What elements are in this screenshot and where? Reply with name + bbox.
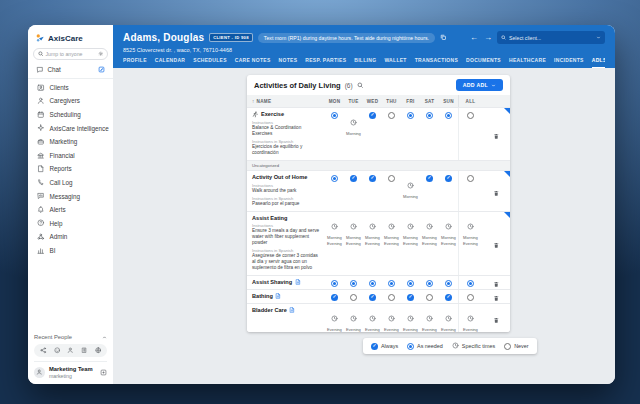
schedule-cell[interactable]: Evening — [439, 304, 458, 332]
schedule-cell[interactable] — [382, 276, 401, 289]
note-icon[interactable] — [275, 293, 281, 299]
sidebar-item-reports[interactable]: Reports — [28, 162, 113, 176]
schedule-cell[interactable]: Evening — [420, 304, 439, 332]
new-chat-compose-icon[interactable] — [98, 66, 105, 73]
never-circle-icon[interactable] — [388, 294, 395, 301]
caregiver-icon[interactable] — [67, 347, 74, 354]
back-arrow-icon[interactable]: ← — [470, 34, 478, 42]
sidebar-item-caregivers[interactable]: Caregivers — [28, 94, 113, 108]
as-needed-radio-icon[interactable] — [331, 175, 338, 182]
always-check-icon[interactable]: ✓ — [350, 175, 357, 182]
sidebar-item-call-log[interactable]: Call Log — [28, 176, 113, 190]
clock-icon[interactable] — [426, 223, 433, 230]
schedule-cell[interactable]: MorningEvening — [363, 212, 382, 275]
jump-to-anyone-search[interactable]: Jump to anyone — [33, 48, 108, 60]
tab-transactions[interactable]: TRANSACTIONS — [415, 57, 458, 68]
schedule-cell[interactable]: ✓ — [363, 171, 382, 211]
schedule-cell[interactable]: ✓ — [363, 290, 382, 303]
sidebar-item-chat[interactable]: Chat — [28, 64, 113, 77]
clock-icon[interactable] — [350, 315, 357, 322]
schedule-cell[interactable] — [420, 108, 439, 160]
sidebar-item-axiscare-intelligence[interactable]: AxisCare Intelligence — [28, 121, 113, 135]
open-chat-icon[interactable] — [100, 369, 107, 376]
as-needed-radio-icon[interactable] — [445, 112, 452, 119]
schedule-cell[interactable] — [363, 276, 382, 289]
always-check-icon[interactable]: ✓ — [369, 175, 376, 182]
schedule-cell[interactable] — [401, 108, 420, 160]
schedule-cell[interactable] — [458, 290, 482, 303]
never-circle-icon[interactable] — [388, 175, 395, 182]
as-needed-radio-icon[interactable] — [407, 112, 414, 119]
sidebar-item-messaging[interactable]: Messaging — [28, 189, 113, 203]
clock-icon[interactable] — [388, 223, 395, 230]
team-row[interactable]: Marketing Team marketing — [34, 361, 107, 379]
clock-icon[interactable] — [350, 119, 357, 126]
as-needed-radio-icon[interactable] — [407, 280, 414, 287]
clock-icon[interactable] — [407, 315, 414, 322]
clock-icon[interactable] — [331, 223, 338, 230]
sidebar-item-scheduling[interactable]: Scheduling — [28, 108, 113, 122]
clock-icon[interactable] — [369, 315, 376, 322]
schedule-cell[interactable]: Evening — [401, 304, 420, 332]
adl-name[interactable]: Bladder Care — [252, 307, 322, 313]
sidebar-item-clients[interactable]: Clients — [28, 81, 113, 95]
tab-documents[interactable]: DOCUMENTS — [466, 57, 501, 68]
schedule-cell[interactable] — [458, 171, 482, 211]
always-check-icon[interactable]: ✓ — [371, 343, 378, 350]
schedule-cell[interactable]: Evening — [382, 304, 401, 332]
client-note[interactable]: Text mom (RP1) during daytime hours. Tex… — [258, 33, 435, 43]
sidebar-item-help[interactable]: Help — [28, 216, 113, 230]
note-icon[interactable] — [289, 307, 295, 313]
recent-people-header[interactable]: Recent People — [34, 334, 107, 340]
adl-name[interactable]: Assist Eating — [252, 215, 322, 221]
never-circle-icon[interactable] — [467, 294, 474, 301]
as-needed-radio-icon[interactable] — [369, 280, 376, 287]
as-needed-radio-icon[interactable] — [331, 112, 338, 119]
never-circle-icon[interactable] — [388, 112, 395, 119]
forward-arrow-icon[interactable]: → — [484, 34, 492, 42]
clock-icon[interactable] — [369, 223, 376, 230]
as-needed-radio-icon[interactable] — [388, 280, 395, 287]
adl-name[interactable]: Assist Shaving — [252, 279, 322, 285]
tab-resp-parties[interactable]: RESP. PARTIES — [305, 57, 346, 68]
schedule-cell[interactable] — [382, 290, 401, 303]
schedule-cell[interactable] — [420, 276, 439, 289]
as-needed-radio-icon[interactable] — [445, 280, 452, 287]
schedule-cell[interactable]: Evening — [458, 304, 482, 332]
add-adl-button[interactable]: ADD ADL — [456, 79, 503, 91]
clock-icon[interactable] — [388, 315, 395, 322]
always-check-icon[interactable]: ✓ — [445, 175, 452, 182]
gear-icon[interactable] — [98, 51, 104, 57]
trash-icon[interactable] — [493, 216, 500, 275]
note-icon[interactable] — [295, 279, 301, 285]
schedule-cell[interactable]: ✓ — [401, 290, 420, 303]
sidebar-item-admin[interactable]: Admin — [28, 230, 113, 244]
schedule-cell[interactable] — [344, 290, 363, 303]
tab-calendar[interactable]: CALENDAR — [155, 57, 185, 68]
schedule-cell[interactable] — [458, 108, 482, 160]
tab-notes[interactable]: NOTES — [279, 57, 298, 68]
as-needed-radio-icon[interactable] — [331, 280, 338, 287]
never-circle-icon[interactable] — [504, 343, 511, 350]
clock-icon[interactable] — [331, 315, 338, 322]
clock-icon[interactable] — [467, 223, 474, 230]
schedule-cell[interactable]: Morning — [401, 171, 420, 211]
always-check-icon[interactable]: ✓ — [426, 175, 433, 182]
as-needed-radio-icon[interactable] — [407, 343, 414, 350]
always-check-icon[interactable]: ✓ — [331, 294, 338, 301]
clock-icon[interactable] — [407, 223, 414, 230]
clock-icon[interactable] — [350, 223, 357, 230]
tab-schedules[interactable]: SCHEDULES — [193, 57, 227, 68]
sidebar-item-alerts[interactable]: Alerts — [28, 203, 113, 217]
schedule-cell[interactable]: ✓ — [344, 171, 363, 211]
network-icon[interactable] — [40, 347, 47, 354]
schedule-cell[interactable]: ✓ — [363, 108, 382, 160]
clock-icon[interactable] — [467, 315, 474, 322]
clock-icon[interactable] — [407, 182, 414, 189]
adl-name[interactable]: Activity Out of Home — [252, 174, 322, 180]
schedule-cell[interactable] — [401, 276, 420, 289]
as-needed-radio-icon[interactable] — [426, 112, 433, 119]
tab-care-notes[interactable]: CARE NOTES — [235, 57, 271, 68]
schedule-cell[interactable] — [344, 276, 363, 289]
schedule-cell[interactable] — [458, 276, 482, 289]
